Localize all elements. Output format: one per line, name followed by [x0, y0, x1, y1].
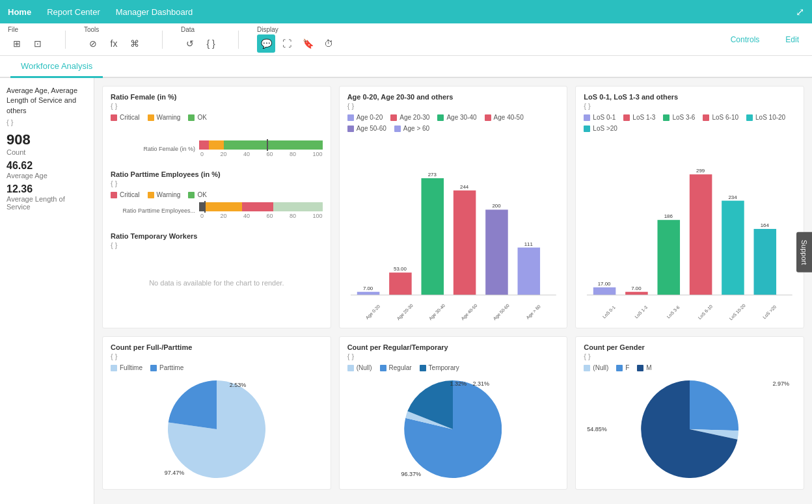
- age-groups-legend: Age 0-20 Age 20-30 Age 30-40 Age 40-50 A…: [347, 114, 560, 132]
- svg-text:LoS 10-20: LoS 10-20: [729, 303, 747, 321]
- los-groups-curly: { }: [584, 102, 796, 110]
- top-nav: Home Report Center Manager Dashboard ⤢: [0, 0, 812, 23]
- age-groups-card: Age 0-20, Age 20-30 and others { } Age 0…: [339, 86, 568, 328]
- count-fullpart-legend: Fulltime Parttime: [111, 364, 323, 371]
- count-regular-pie: [404, 380, 502, 478]
- count-fullpart-card: Count per Full-/Parttime { } Fulltime Pa…: [102, 336, 331, 490]
- ribbon-filter-btn[interactable]: ⊘: [84, 34, 102, 53]
- bar-age-over-60: 111 Age > 60: [517, 241, 541, 321]
- svg-text:244: 244: [460, 184, 469, 190]
- fullpart-label-parttime: 2.53%: [230, 382, 247, 388]
- tab-bar: Workforce Analysis: [0, 56, 812, 78]
- svg-text:17.00: 17.00: [598, 281, 611, 287]
- support-tab[interactable]: Support: [796, 232, 812, 272]
- regular-label-null: 1.32%: [450, 380, 467, 387]
- bar-los-6-10: 299 LoS 6-10: [690, 168, 714, 320]
- bar-los-3-6: 186 LoS 3-6: [658, 213, 681, 319]
- gauge-segment-warning: [209, 140, 224, 150]
- svg-rect-15: [517, 248, 540, 295]
- controls-btn[interactable]: Controls: [725, 33, 765, 47]
- count-gender-legend: (Null) F M: [584, 364, 796, 371]
- gauge-segment-parttime-ok: [273, 202, 323, 211]
- gauge-segment-critical: [199, 140, 209, 150]
- gender-label-f: 54.85%: [587, 426, 607, 432]
- ribbon-display-label: Display: [257, 26, 278, 33]
- bar-age-40-50: 244 Age 40-50: [453, 184, 478, 321]
- gauge-label-parttime: Ratio Parttime Employees...: [111, 207, 195, 214]
- bar-age-20-30: 53.00 Age 20-30: [389, 266, 414, 321]
- los-groups-chart-svg: 17.00 LoS 0-1 7.00 LoS 1-3 186 LoS 3-6: [584, 136, 796, 325]
- regular-label-temp: 2.31%: [472, 380, 489, 387]
- svg-rect-0: [357, 292, 379, 295]
- tab-workforce-analysis[interactable]: Workforce Analysis: [10, 56, 103, 78]
- ribbon-group-file: File ⊞ ⊡: [8, 26, 47, 53]
- ribbon-code-btn[interactable]: { }: [202, 34, 220, 53]
- count-regular-card: Count per Regular/Temporary { } (Null) R…: [339, 336, 568, 490]
- age-groups-chart-svg: 7.00 Age 0-20 53.00 Age 20-30 273 Age 30…: [347, 136, 560, 325]
- svg-rect-9: [453, 191, 476, 295]
- ribbon-time-btn[interactable]: ⏱: [319, 34, 338, 53]
- ratio-female-curly: { }: [111, 102, 323, 110]
- svg-text:LoS 3-6: LoS 3-6: [666, 305, 681, 319]
- legend-dot-ok-1: [188, 114, 195, 121]
- svg-rect-12: [485, 209, 508, 295]
- count-fullpart-title: Count per Full-/Parttime: [111, 343, 323, 351]
- svg-text:Age 40-50: Age 40-50: [460, 303, 478, 321]
- ribbon-link-btn[interactable]: ⌘: [126, 34, 144, 53]
- bar-age-30-40: 273 Age 30-40: [421, 172, 446, 321]
- gauge-row-parttime: Ratio Parttime Employees...: [111, 202, 323, 219]
- los-groups-legend: LoS 0-1 LoS 1-3 LoS 3-6 LoS 6-10 LoS 10-…: [584, 114, 796, 132]
- nav-home[interactable]: Home: [8, 7, 31, 17]
- legend-dot-warning-1: [148, 114, 154, 121]
- bar-los-10-20: 234 LoS 10-20: [722, 194, 746, 321]
- ribbon-group-data: Data ↺ { }: [181, 26, 220, 53]
- svg-text:273: 273: [427, 172, 437, 178]
- svg-rect-6: [421, 178, 444, 295]
- legend-dot-critical-1: [111, 114, 117, 121]
- gauge-row-female: Ratio Female (in %) 0 20: [111, 140, 323, 157]
- nav-manager-dashboard[interactable]: Manager Dashboard: [116, 7, 193, 17]
- svg-rect-19: [593, 287, 616, 295]
- ratio-parttime-curly: { }: [111, 179, 323, 187]
- ribbon-file-btn2[interactable]: ⊡: [29, 34, 47, 53]
- nav-report-center[interactable]: Report Center: [47, 7, 100, 17]
- gauge-tick-female: [267, 139, 268, 151]
- legend-ok-2: OK: [188, 191, 206, 198]
- count-regular-legend: (Null) Regular Temporary: [347, 364, 560, 371]
- ribbon-expand-btn[interactable]: ⛶: [278, 34, 296, 53]
- ribbon-fx-btn[interactable]: fx: [105, 34, 123, 53]
- ribbon-div1: [65, 31, 66, 49]
- svg-text:LoS 1-3: LoS 1-3: [634, 305, 649, 319]
- gauge-segment-parttime-warn: [205, 202, 242, 211]
- bar-age-0-20: 7.00 Age 0-20: [357, 285, 381, 321]
- ribbon-file-label: File: [8, 26, 18, 33]
- gauge-tick-parttime: [204, 201, 206, 213]
- ribbon-group-tools: Tools ⊘ fx ⌘: [84, 26, 144, 53]
- ribbon-refresh-btn[interactable]: ↺: [181, 34, 199, 53]
- svg-text:Age 50-60: Age 50-60: [492, 303, 510, 321]
- svg-rect-25: [658, 220, 681, 295]
- count-fullpart-curly: { }: [111, 352, 323, 360]
- svg-rect-28: [690, 174, 712, 295]
- count-fullpart-pie: [168, 380, 265, 478]
- ribbon-bookmark-btn[interactable]: 🔖: [299, 34, 317, 53]
- legend-warning-2: Warning: [148, 191, 181, 198]
- count-gender-card: Count per Gender { } (Null) F M: [575, 336, 804, 490]
- ribbon-div2: [162, 31, 163, 49]
- svg-rect-3: [389, 272, 412, 295]
- legend-critical-2: Critical: [111, 191, 140, 198]
- bar-los-over-20: 164 LoS >20: [754, 222, 778, 319]
- count-gender-curly: { }: [584, 352, 796, 360]
- ratio-female-legend: Critical Warning OK: [111, 114, 323, 121]
- resize-icon[interactable]: ⤢: [796, 6, 804, 18]
- age-groups-curly: { }: [347, 102, 560, 110]
- count-gender-pie: [641, 380, 738, 478]
- ribbon-file-btn1[interactable]: ⊞: [8, 34, 26, 53]
- gauge-segment-parttime-crit: [242, 202, 273, 211]
- svg-text:111: 111: [524, 241, 532, 247]
- svg-text:LoS 0-1: LoS 0-1: [602, 305, 616, 319]
- ribbon-comment-btn[interactable]: 💬: [257, 34, 275, 53]
- edit-btn[interactable]: Edit: [780, 33, 804, 47]
- svg-text:Age 30-40: Age 30-40: [428, 303, 446, 321]
- regular-label-regular: 96.37%: [401, 471, 421, 477]
